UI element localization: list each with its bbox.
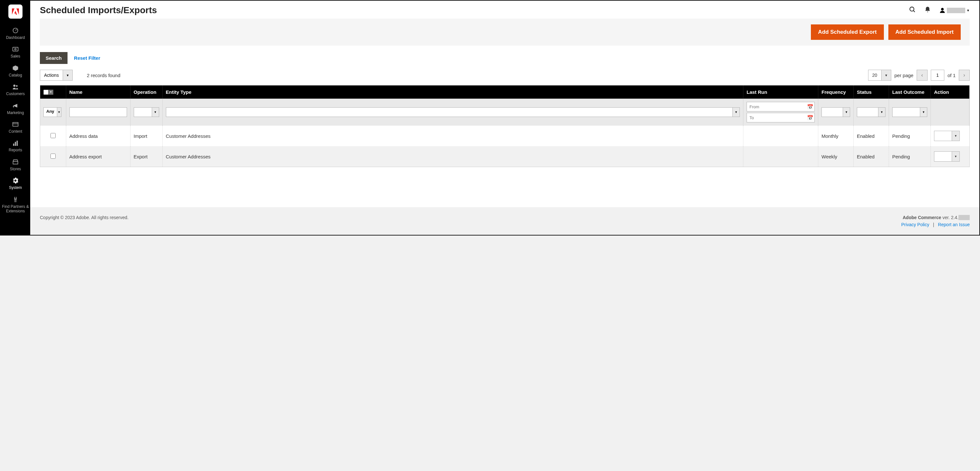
reports-icon [13, 140, 18, 146]
report-issue-link[interactable]: Report an Issue [938, 222, 970, 227]
actions-value: Actions [40, 70, 63, 80]
chevron-down-icon: ▼ [878, 108, 885, 117]
search-button[interactable]: Search [40, 52, 67, 64]
logo[interactable] [8, 5, 22, 19]
account-menu[interactable]: user ▼ [939, 7, 970, 13]
chevron-down-icon: ▼ [152, 108, 159, 117]
add-scheduled-import-button[interactable]: Add Scheduled Import [888, 24, 961, 40]
cell-last-run [743, 125, 818, 146]
grid-controls: Actions ▼ 2 records found 20 ▼ per page … [30, 67, 979, 85]
nav-partners[interactable]: Find Partners & Extensions [1, 193, 30, 217]
select-all-checkbox[interactable] [43, 90, 49, 95]
catalog-icon [12, 65, 19, 71]
row-checkbox[interactable] [51, 133, 56, 138]
filter-any-dropdown[interactable]: Any▼ [43, 107, 61, 117]
copyright: Copyright © 2023 Adobe. All rights reser… [40, 215, 129, 227]
system-icon [12, 177, 19, 184]
cell-status: Enabled [854, 125, 889, 146]
svg-rect-5 [13, 122, 18, 126]
nav-label: Stores [9, 167, 22, 171]
chevron-down-icon: ▼ [952, 152, 959, 161]
table-row: Address data Import Customer Addresses M… [40, 125, 969, 146]
nav-system[interactable]: System [1, 174, 30, 193]
page-size-dropdown[interactable]: 20 ▼ [868, 70, 891, 81]
filter-outcome-dropdown[interactable]: ▼ [892, 107, 927, 117]
next-page-button[interactable]: › [959, 70, 970, 81]
row-action-dropdown[interactable]: ▼ [934, 151, 960, 162]
filter-date-from[interactable]: 📅 [746, 102, 815, 111]
nav-label: Reports [7, 148, 24, 152]
filter-frequency-dropdown[interactable]: ▼ [821, 107, 850, 117]
col-header-last-run[interactable]: Last Run [743, 86, 818, 98]
notifications-icon[interactable] [924, 6, 931, 15]
col-header-operation[interactable]: Operation [130, 86, 162, 98]
row-checkbox[interactable] [51, 154, 56, 159]
dashboard-icon [12, 27, 19, 34]
nav-label: Dashboard [5, 35, 26, 40]
col-header-last-outcome[interactable]: Last Outcome [889, 86, 931, 98]
svg-rect-9 [17, 141, 18, 146]
actions-dropdown[interactable]: Actions ▼ [40, 70, 73, 81]
calendar-icon[interactable]: 📅 [806, 115, 815, 121]
nav-label: Catalog [7, 73, 23, 78]
nav-sales[interactable]: Sales [1, 43, 30, 62]
chevron-down-icon: ▼ [920, 108, 927, 117]
col-header-name[interactable]: Name [66, 86, 130, 98]
chevron-down-icon: ▼ [952, 131, 959, 141]
partners-icon [13, 196, 18, 203]
svg-point-4 [16, 85, 18, 87]
nav-catalog[interactable]: Catalog [1, 62, 30, 81]
per-page-label: per page [894, 73, 913, 78]
svg-rect-8 [15, 142, 16, 146]
nav-content[interactable]: Content [1, 118, 30, 137]
svg-rect-7 [13, 144, 14, 146]
nav-marketing[interactable]: Marketing [1, 100, 30, 118]
nav-reports[interactable]: Reports [1, 137, 30, 155]
row-action-dropdown[interactable]: ▼ [934, 131, 960, 141]
svg-point-12 [941, 8, 943, 11]
svg-point-10 [910, 7, 914, 11]
prev-page-button[interactable]: ‹ [917, 70, 928, 81]
date-to-input[interactable] [747, 114, 806, 121]
records-found: 2 records found [87, 73, 120, 78]
page-input[interactable] [931, 70, 944, 81]
page-title: Scheduled Imports/Exports [40, 5, 157, 16]
calendar-icon[interactable]: 📅 [806, 104, 815, 110]
chevron-down-icon: ▼ [967, 9, 970, 12]
nav-label: System [8, 186, 23, 190]
nav-label: Customers [5, 92, 26, 96]
filter-actions: Search Reset Filter [30, 46, 979, 67]
nav-label: Marketing [6, 111, 25, 115]
cell-last-outcome: Pending [889, 125, 931, 146]
privacy-policy-link[interactable]: Privacy Policy [901, 222, 929, 227]
cell-last-run [743, 146, 818, 167]
cell-name: Address export [66, 146, 130, 167]
col-header-entity-type[interactable]: Entity Type [162, 86, 743, 98]
search-icon[interactable] [909, 6, 916, 15]
filter-date-to[interactable]: 📅 [746, 113, 815, 122]
svg-point-3 [13, 85, 16, 87]
sidebar: Dashboard Sales Catalog Customers Market… [1, 1, 30, 235]
nav-dashboard[interactable]: Dashboard [1, 24, 30, 43]
svg-rect-1 [13, 48, 18, 51]
date-from-input[interactable] [747, 103, 806, 111]
cell-operation: Import [130, 125, 162, 146]
filter-status-dropdown[interactable]: ▼ [857, 107, 886, 117]
action-bar: Add Scheduled Export Add Scheduled Impor… [40, 19, 970, 46]
chevron-down-icon: ▼ [881, 70, 891, 80]
chevron-down-icon: ▼ [63, 70, 72, 80]
col-header-status[interactable]: Status [854, 86, 889, 98]
col-header-frequency[interactable]: Frequency [818, 86, 854, 98]
filter-operation-dropdown[interactable]: ▼ [134, 107, 159, 117]
product-name: Adobe Commerce [902, 215, 941, 220]
data-grid: ▼ Name Operation Entity Type Last Run Fr… [40, 85, 970, 167]
version-prefix: ver. 2.4. [941, 215, 958, 220]
add-scheduled-export-button[interactable]: Add Scheduled Export [811, 24, 883, 40]
filter-entity-type-dropdown[interactable]: ▼ [166, 107, 740, 117]
cell-status: Enabled [854, 146, 889, 167]
filter-name-input[interactable] [70, 107, 127, 117]
select-all-dropdown[interactable]: ▼ [48, 90, 53, 95]
nav-customers[interactable]: Customers [1, 81, 30, 99]
reset-filter-link[interactable]: Reset Filter [74, 55, 100, 61]
nav-stores[interactable]: Stores [1, 156, 30, 174]
